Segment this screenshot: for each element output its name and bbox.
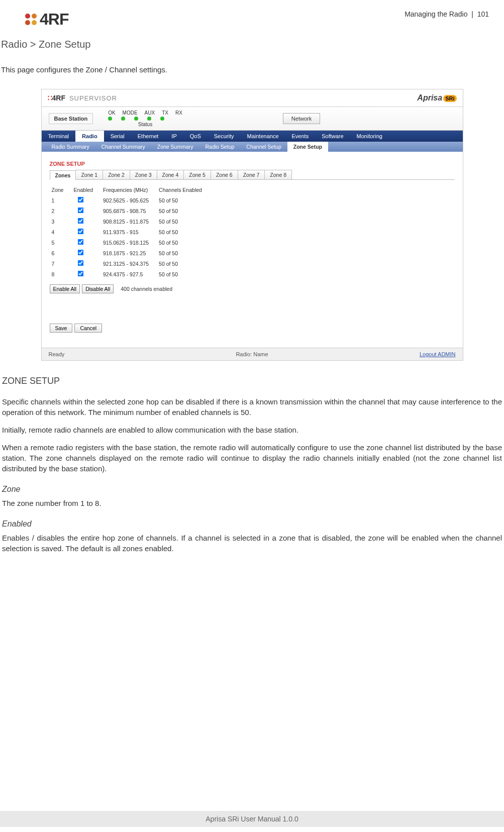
main-nav: TerminalRadioSerialEthernetIPQoSSecurity…: [42, 131, 463, 142]
panel-title: ZONE SETUP: [50, 161, 455, 167]
enabled-checkbox[interactable]: [78, 229, 84, 235]
channels-cell: 50 of 50: [157, 195, 210, 205]
enabled-checkbox[interactable]: [78, 260, 84, 266]
freq-cell: 924.4375 - 927.5: [101, 269, 157, 279]
table-row: 4911.9375 - 91550 of 50: [50, 227, 210, 237]
channels-enabled-text: 400 channels enabled: [121, 286, 172, 292]
main-nav-item[interactable]: Security: [208, 131, 241, 142]
zone-tab[interactable]: Zone 7: [238, 170, 265, 179]
logout-link[interactable]: Logout ADMIN: [420, 351, 456, 357]
table-row: 8924.4375 - 927.550 of 50: [50, 269, 210, 279]
mini-logo: ∷4RF: [48, 94, 65, 102]
channels-cell: 50 of 50: [157, 216, 210, 227]
status-leds: OKMODEAUXTXRX Status: [108, 110, 182, 127]
main-nav-item[interactable]: Events: [285, 131, 316, 142]
zone-tab[interactable]: Zone 8: [264, 170, 292, 179]
disable-all-button[interactable]: Disable All: [82, 284, 114, 293]
para-2: Initially, remote radio channels are ena…: [2, 425, 502, 435]
zone-cell: 8: [50, 269, 72, 279]
radio-name: Radio: Name: [236, 351, 268, 357]
zone-cell: 6: [50, 248, 72, 258]
table-header: Zone: [50, 185, 72, 195]
zone-tab[interactable]: Zone 3: [130, 170, 157, 179]
zone-tabs: ZonesZone 1Zone 2Zone 3Zone 4Zone 5Zone …: [50, 170, 455, 180]
channels-cell: 50 of 50: [157, 205, 210, 216]
sub-nav-item[interactable]: Zone Setup: [287, 142, 328, 152]
zone-cell: 2: [50, 205, 72, 216]
zone-tab[interactable]: Zone 5: [183, 170, 211, 179]
main-nav-item[interactable]: Monitoring: [350, 131, 389, 142]
para-3: When a remote radio registers with the b…: [2, 442, 502, 474]
table-row: 7921.3125 - 924.37550 of 50: [50, 258, 210, 269]
table-row: 3908.8125 - 911.87550 of 50: [50, 216, 210, 227]
page-header-text: Managing the Radio | 101: [405, 10, 489, 18]
base-station-block: Base Station: [49, 113, 93, 124]
freq-cell: 911.9375 - 915: [101, 227, 157, 237]
intro-text: This page configures the Zone / Channel …: [0, 50, 504, 84]
enabled-checkbox[interactable]: [78, 239, 84, 245]
cancel-button[interactable]: Cancel: [74, 324, 102, 333]
main-nav-item[interactable]: Radio: [75, 131, 104, 142]
zone-tab[interactable]: Zone 4: [157, 170, 184, 179]
enabled-text: Enables / disables the entire hop zone o…: [2, 533, 502, 554]
zone-setup-heading: ZONE SETUP: [2, 376, 502, 386]
channels-cell: 50 of 50: [157, 248, 210, 258]
zone-tab[interactable]: Zone 6: [211, 170, 238, 179]
main-nav-item[interactable]: Terminal: [42, 131, 76, 142]
sub-nav-item[interactable]: Channel Setup: [240, 142, 287, 152]
enabled-checkbox[interactable]: [78, 271, 84, 277]
main-nav-item[interactable]: QoS: [183, 131, 208, 142]
zone-cell: 7: [50, 258, 72, 269]
aprisa-logo: AprisaSRi: [417, 93, 456, 102]
main-nav-item[interactable]: Serial: [104, 131, 131, 142]
page-footer: Aprisa SRi User Manual 1.0.0: [0, 811, 504, 827]
section-title: Radio > Zone Setup: [0, 29, 504, 50]
enabled-checkbox[interactable]: [78, 197, 84, 203]
main-nav-item[interactable]: Ethernet: [131, 131, 165, 142]
para-1: Specific channels within the selected zo…: [2, 396, 502, 418]
freq-cell: 918.1875 - 921.25: [101, 248, 157, 258]
freq-cell: 905.6875 - 908.75: [101, 205, 157, 216]
zone-cell: 5: [50, 237, 72, 248]
main-nav-item[interactable]: Maintenance: [241, 131, 285, 142]
status-ready: Ready: [49, 351, 65, 357]
zone-tab[interactable]: Zone 1: [75, 170, 103, 179]
channels-cell: 50 of 50: [157, 237, 210, 248]
enable-all-button[interactable]: Enable All: [50, 284, 80, 293]
zone-cell: 3: [50, 216, 72, 227]
zone-tab[interactable]: Zones: [50, 170, 76, 180]
enabled-checkbox[interactable]: [78, 218, 84, 224]
logo-4rf: 4RF: [25, 10, 68, 29]
zone-cell: 4: [50, 227, 72, 237]
sub-nav-item[interactable]: Zone Summary: [151, 142, 199, 152]
enabled-checkbox[interactable]: [78, 250, 84, 256]
zone-text: The zone number from 1 to 8.: [2, 498, 502, 508]
sub-nav-item[interactable]: Radio Summary: [46, 142, 95, 152]
freq-cell: 915.0625 - 918.125: [101, 237, 157, 248]
table-row: 5915.0625 - 918.12550 of 50: [50, 237, 210, 248]
logo-dots-icon: [25, 14, 37, 25]
table-header: Channels Enabled: [157, 185, 210, 195]
status-bar: Ready Radio: Name Logout ADMIN: [42, 348, 463, 360]
zone-tab[interactable]: Zone 2: [103, 170, 130, 179]
table-header: Frequencies (MHz): [101, 185, 157, 195]
freq-cell: 921.3125 - 924.375: [101, 258, 157, 269]
table-row: 6918.1875 - 921.2550 of 50: [50, 248, 210, 258]
save-button[interactable]: Save: [50, 324, 73, 333]
zone-cell: 1: [50, 195, 72, 205]
network-button[interactable]: Network: [283, 113, 320, 124]
sub-nav: Radio SummaryChannel SummaryZone Summary…: [42, 142, 463, 152]
freq-cell: 902.5625 - 905.625: [101, 195, 157, 205]
main-nav-item[interactable]: IP: [165, 131, 183, 142]
main-nav-item[interactable]: Software: [315, 131, 350, 142]
zone-subheading: Zone: [2, 485, 502, 494]
channels-cell: 50 of 50: [157, 258, 210, 269]
table-header: Enabled: [71, 185, 101, 195]
table-row: 1902.5625 - 905.62550 of 50: [50, 195, 210, 205]
channels-cell: 50 of 50: [157, 269, 210, 279]
freq-cell: 908.8125 - 911.875: [101, 216, 157, 227]
supervisor-label: SUPERVISOR: [69, 94, 117, 102]
sub-nav-item[interactable]: Radio Setup: [199, 142, 241, 152]
enabled-checkbox[interactable]: [78, 207, 84, 214]
sub-nav-item[interactable]: Channel Summary: [95, 142, 151, 152]
